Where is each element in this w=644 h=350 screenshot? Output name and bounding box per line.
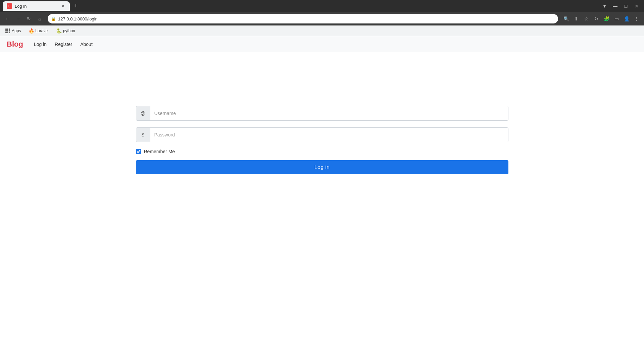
bookmark-laravel-label: Laravel	[35, 28, 48, 33]
nav-link-about[interactable]: About	[80, 40, 93, 48]
forward-button[interactable]: →	[13, 14, 23, 23]
app-navbar: Blog Log in Register About	[0, 36, 644, 52]
python-icon: 🐍	[57, 28, 61, 33]
remember-me-group: Remember Me	[136, 149, 508, 154]
minimize-button[interactable]: —	[610, 1, 620, 11]
apps-grid-icon	[5, 28, 10, 33]
bookmarks-bar: Apps 🔥 Laravel 🐍 python	[0, 25, 644, 36]
reload-button[interactable]: ↻	[592, 14, 601, 23]
laravel-icon: 🔥	[29, 28, 34, 33]
browser-chrome: L Log in ✕ + ▾ — □ ✕ ← → ↻ ⌂ 🔒 127.0.0.1…	[0, 0, 644, 36]
dropdown-button[interactable]: ▾	[600, 1, 609, 11]
tab-bar: L Log in ✕ + ▾ — □ ✕	[0, 0, 644, 12]
brand-logo[interactable]: Blog	[7, 40, 23, 49]
username-icon: @	[136, 106, 150, 120]
bookmark-apps[interactable]: Apps	[3, 27, 23, 34]
new-tab-button[interactable]: +	[71, 1, 81, 11]
active-tab[interactable]: L Log in ✕	[3, 1, 70, 11]
bookmark-star-button[interactable]: ☆	[582, 14, 591, 23]
username-input-group: @	[136, 106, 508, 121]
address-bar[interactable]: 🔒 127.0.0.1:8000/login	[48, 14, 558, 23]
sidebar-button[interactable]: ▭	[612, 14, 621, 23]
back-button[interactable]: ←	[3, 14, 12, 23]
navigation-bar: ← → ↻ ⌂ 🔒 127.0.0.1:8000/login 🔍 ⬆ ☆ ↻ 🧩…	[0, 12, 644, 25]
restore-button[interactable]: □	[621, 1, 631, 11]
lock-icon: 🔒	[51, 16, 56, 21]
nav-link-login[interactable]: Log in	[34, 40, 47, 48]
nav-link-register[interactable]: Register	[55, 40, 72, 48]
username-input[interactable]	[150, 106, 508, 120]
login-container: @ $ Remember Me Log in	[0, 52, 644, 350]
bookmark-python[interactable]: 🐍 python	[54, 27, 78, 34]
remember-me-checkbox[interactable]	[136, 149, 141, 154]
password-input-group: $	[136, 127, 508, 142]
window-controls: ▾ — □ ✕	[600, 1, 641, 11]
bookmark-python-label: python	[63, 28, 75, 33]
tab-favicon: L	[7, 3, 12, 9]
refresh-button[interactable]: ↻	[24, 14, 34, 23]
zoom-button[interactable]: 🔍	[561, 14, 571, 23]
app-content: Blog Log in Register About @ $ Remember …	[0, 36, 644, 350]
extensions-button[interactable]: 🧩	[602, 14, 611, 23]
login-form: @ $ Remember Me Log in	[136, 106, 508, 174]
nav-actions: 🔍 ⬆ ☆ ↻ 🧩 ▭ 👤 ⋮	[561, 14, 641, 23]
bookmark-apps-label: Apps	[12, 28, 21, 33]
tab-close-button[interactable]: ✕	[60, 3, 66, 9]
login-button[interactable]: Log in	[136, 160, 508, 174]
password-input[interactable]	[150, 128, 508, 142]
bookmark-laravel[interactable]: 🔥 Laravel	[26, 27, 51, 34]
tab-title: Log in	[15, 4, 58, 9]
remember-me-label[interactable]: Remember Me	[144, 149, 175, 154]
home-button[interactable]: ⌂	[35, 14, 44, 23]
share-button[interactable]: ⬆	[572, 14, 581, 23]
address-text: 127.0.0.1:8000/login	[58, 16, 98, 21]
menu-button[interactable]: ⋮	[632, 14, 641, 23]
close-button[interactable]: ✕	[632, 1, 641, 11]
profile-button[interactable]: 👤	[622, 14, 631, 23]
password-icon: $	[136, 128, 150, 142]
